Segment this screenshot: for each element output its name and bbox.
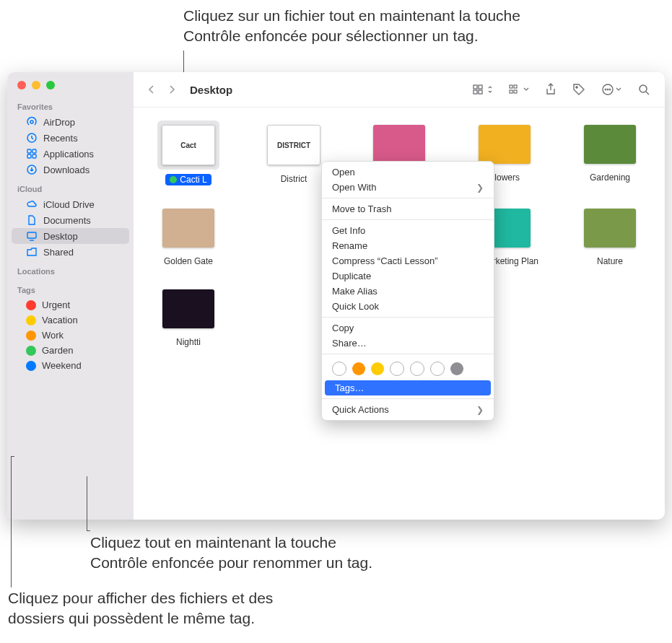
more-button[interactable] [597,83,626,96]
file-thumbnail: DISTRICT [267,125,320,165]
ctx-open[interactable]: Open [322,165,494,180]
tag-dot-red [26,300,36,310]
doc-icon [26,214,38,226]
ctx-tag-color[interactable] [450,362,463,375]
group-button[interactable] [505,84,533,95]
svg-rect-7 [27,232,36,238]
ctx-tag-color[interactable] [332,362,346,376]
sidebar: Favorites AirDrop Recents Applications D… [7,72,134,520]
file-name: Gardening [590,172,630,183]
sidebar-item-shared[interactable]: Shared [12,244,129,260]
ctx-copy[interactable]: Copy [322,320,494,336]
main-pane: Desktop CactCacti LDISTRICTDistrictFlowe… [134,72,665,520]
ctx-tags[interactable]: Tags… [325,380,491,395]
file-thumbnail [479,125,531,164]
file-item[interactable]: Gardening [561,121,659,185]
sidebar-tag-work[interactable]: Work [12,328,129,343]
tag-dot-green [26,346,36,356]
sidebar-item-desktop[interactable]: Desktop [12,228,129,244]
callout-mid: Cliquez tout en maintenant la touche Con… [90,533,494,574]
content-area[interactable]: CactCacti LDISTRICTDistrictFlowerFlowers… [134,108,665,520]
airdrop-icon [26,116,38,128]
view-icons-button[interactable] [468,84,497,95]
page-title: Desktop [190,84,232,96]
sidebar-item-label: Garden [42,345,73,356]
file-item[interactable]: Golden Gate [139,204,237,266]
svg-rect-3 [32,149,36,153]
ctx-duplicate[interactable]: Duplicate [322,268,494,284]
file-item[interactable]: Nature [561,204,659,266]
callout-top: Cliquez sur un fichier tout en maintenan… [183,6,631,47]
svg-rect-9 [474,90,477,94]
shared-icon [26,246,38,258]
forward-button[interactable] [164,82,180,97]
sidebar-item-downloads[interactable]: Downloads [12,162,129,178]
svg-rect-14 [510,90,512,93]
ctx-open-with[interactable]: Open With❯ [322,180,494,195]
minimize-button[interactable] [32,81,40,89]
window-controls [7,72,134,95]
file-thumbnail [162,289,214,328]
sidebar-tag-vacation[interactable]: Vacation [12,312,129,328]
ctx-quick-actions[interactable]: Quick Actions❯ [322,402,494,417]
sidebar-item-label: Shared [43,247,74,258]
file-name-label: Cacti L [180,175,206,185]
svg-rect-2 [27,149,31,153]
leader-line [11,456,14,457]
sidebar-item-label: Urgent [42,299,70,310]
close-button[interactable] [17,81,26,89]
svg-rect-15 [514,90,517,93]
file-thumbnail [584,125,636,164]
sidebar-tag-garden[interactable]: Garden [12,343,129,358]
file-item[interactable]: CactCacti L [139,121,237,185]
sidebar-item-label: iCloud Drive [43,199,95,210]
ctx-share[interactable]: Share… [322,336,494,351]
leader-line [87,476,87,530]
section-locations: Locations [7,260,134,279]
sidebar-item-label: Weekend [42,360,82,371]
file-item[interactable]: Nightti [139,285,237,347]
separator [322,398,494,399]
zoom-button[interactable] [46,81,55,89]
file-name-label: District [281,174,307,184]
sidebar-tag-weekend[interactable]: Weekend [12,358,129,373]
file-name: Golden Gate [164,256,213,266]
leader-line [87,530,90,531]
ctx-tag-color[interactable] [352,362,365,375]
sidebar-item-label: AirDrop [43,117,75,128]
ctx-tag-color[interactable] [410,362,424,376]
svg-point-19 [607,89,608,90]
sidebar-item-applications[interactable]: Applications [12,146,129,162]
sidebar-item-label: Desktop [43,231,78,242]
sidebar-item-icloud-drive[interactable]: iCloud Drive [12,196,129,212]
back-button[interactable] [144,82,160,97]
sidebar-item-documents[interactable]: Documents [12,212,129,228]
tag-dot-orange [26,331,36,341]
chevron-right-icon: ❯ [476,183,484,193]
sidebar-item-label: Documents [43,215,91,226]
separator [322,219,494,220]
search-button[interactable] [633,83,655,96]
toolbar: Desktop [134,72,665,108]
file-name-label: Nature [597,256,623,266]
file-name-label: Golden Gate [164,256,213,266]
ctx-compress[interactable]: Compress “Cacti Lesson” [322,253,494,268]
ctx-tag-color[interactable] [430,362,445,376]
ctx-make-alias[interactable]: Make Alias [322,284,494,299]
section-tags: Tags [7,279,134,297]
tags-button[interactable] [568,83,590,96]
sidebar-item-label: Applications [43,149,94,159]
share-button[interactable] [541,83,561,96]
ctx-get-info[interactable]: Get Info [322,223,494,238]
ctx-tag-color[interactable] [390,362,404,376]
desktop-icon [26,230,38,242]
ctx-rename[interactable]: Rename [322,238,494,253]
ctx-move-to-trash[interactable]: Move to Trash [322,201,494,216]
svg-point-0 [30,121,33,123]
sidebar-tag-urgent[interactable]: Urgent [12,297,129,312]
ctx-quick-look[interactable]: Quick Look [322,299,494,314]
file-name: Cacti L [165,174,211,185]
sidebar-item-airdrop[interactable]: AirDrop [12,114,129,130]
sidebar-item-recents[interactable]: Recents [12,130,129,146]
ctx-tag-color[interactable] [371,362,384,375]
